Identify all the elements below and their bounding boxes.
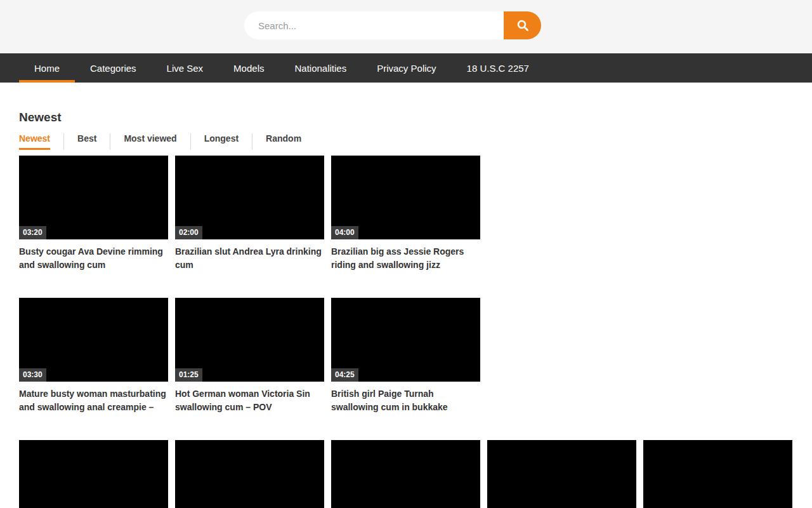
tab-most-viewed[interactable]: Most viewed bbox=[110, 133, 190, 150]
video-card[interactable]: 03:30 Mature busty woman masturbating an… bbox=[19, 298, 168, 414]
top-bar bbox=[0, 0, 812, 53]
nav-item-2257[interactable]: 18 U.S.C 2257 bbox=[452, 53, 544, 83]
video-card[interactable]: 02:00 Brazilian slut Andrea Lyra drinkin… bbox=[175, 156, 324, 272]
video-thumbnail[interactable]: 04:00 bbox=[331, 156, 480, 239]
nav-item-home[interactable]: Home bbox=[19, 53, 75, 83]
video-thumbnail[interactable]: 03:30 bbox=[19, 298, 168, 382]
video-title[interactable]: Brazilian big ass Jessie Rogers riding a… bbox=[331, 245, 480, 272]
duration-badge: 04:25 bbox=[331, 368, 358, 382]
video-thumbnail[interactable] bbox=[19, 440, 168, 508]
tab-most-viewed-label: Most viewed bbox=[124, 133, 176, 150]
nav-item-models[interactable]: Models bbox=[218, 53, 279, 83]
video-card[interactable] bbox=[19, 440, 168, 508]
video-row bbox=[19, 440, 793, 508]
video-title[interactable]: Hot German woman Victoria Sin swallowing… bbox=[175, 387, 324, 414]
sort-tabs: Newest Best Most viewed Longest Random bbox=[19, 133, 793, 150]
video-card[interactable] bbox=[175, 440, 324, 508]
video-card[interactable]: 03:20 Busty cougar Ava Devine rimming an… bbox=[19, 156, 168, 272]
video-row: 03:30 Mature busty woman masturbating an… bbox=[19, 298, 793, 414]
main-content: Newest Newest Best Most viewed Longest R… bbox=[0, 110, 812, 508]
video-card[interactable] bbox=[331, 440, 480, 508]
duration-badge: 04:00 bbox=[331, 226, 358, 239]
search-icon bbox=[516, 19, 529, 32]
nav-item-privacy-policy[interactable]: Privacy Policy bbox=[362, 53, 451, 83]
video-thumbnail[interactable] bbox=[331, 440, 480, 508]
tab-longest[interactable]: Longest bbox=[190, 133, 252, 150]
video-title[interactable]: Mature busty woman masturbating and swal… bbox=[19, 387, 168, 414]
nav-item-live-sex[interactable]: Live Sex bbox=[152, 53, 219, 83]
tab-random-label: Random bbox=[266, 133, 301, 150]
video-thumbnail[interactable]: 01:25 bbox=[175, 298, 324, 382]
main-navigation: Home Categories Live Sex Models National… bbox=[0, 53, 812, 83]
page-title: Newest bbox=[19, 110, 793, 124]
tab-best-label: Best bbox=[77, 133, 96, 150]
duration-badge: 03:30 bbox=[19, 368, 46, 382]
video-card[interactable]: 04:25 British girl Paige Turnah swallowi… bbox=[331, 298, 480, 414]
video-row: 03:20 Busty cougar Ava Devine rimming an… bbox=[19, 156, 793, 272]
duration-badge: 01:25 bbox=[175, 368, 202, 382]
video-thumbnail[interactable]: 04:25 bbox=[331, 298, 480, 382]
search-button[interactable] bbox=[504, 11, 541, 39]
video-card[interactable] bbox=[487, 440, 636, 508]
search-input[interactable] bbox=[244, 11, 504, 39]
tab-newest[interactable]: Newest bbox=[19, 133, 63, 150]
nav-item-nationalities[interactable]: Nationalities bbox=[279, 53, 362, 83]
video-thumbnail[interactable] bbox=[643, 440, 792, 508]
search-form bbox=[244, 11, 541, 39]
video-card[interactable] bbox=[643, 440, 792, 508]
video-card[interactable]: 04:00 Brazilian big ass Jessie Rogers ri… bbox=[331, 156, 480, 272]
tab-newest-label: Newest bbox=[19, 133, 50, 150]
video-thumbnail[interactable] bbox=[175, 440, 324, 508]
nav-item-categories[interactable]: Categories bbox=[75, 53, 152, 83]
video-title[interactable]: Brazilian slut Andrea Lyra drinking cum bbox=[175, 245, 324, 272]
duration-badge: 02:00 bbox=[175, 226, 202, 239]
tab-best[interactable]: Best bbox=[63, 133, 110, 150]
video-thumbnail[interactable]: 02:00 bbox=[175, 156, 324, 239]
video-title[interactable]: British girl Paige Turnah swallowing cum… bbox=[331, 387, 480, 414]
tab-longest-label: Longest bbox=[204, 133, 239, 150]
duration-badge: 03:20 bbox=[19, 226, 46, 239]
video-thumbnail[interactable] bbox=[487, 440, 636, 508]
video-card[interactable]: 01:25 Hot German woman Victoria Sin swal… bbox=[175, 298, 324, 414]
tab-random[interactable]: Random bbox=[252, 133, 315, 150]
video-thumbnail[interactable]: 03:20 bbox=[19, 156, 168, 239]
video-title[interactable]: Busty cougar Ava Devine rimming and swal… bbox=[19, 245, 168, 272]
